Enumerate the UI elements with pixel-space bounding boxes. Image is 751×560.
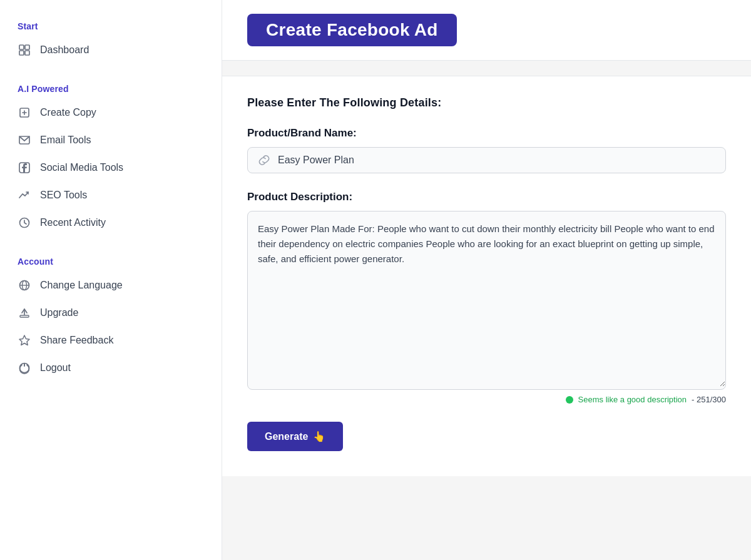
change-language-label: Change Language xyxy=(40,280,123,291)
change-language-icon xyxy=(18,278,31,292)
description-textarea-wrapper: Easy Power Plan Made For: People who wan… xyxy=(247,211,726,390)
description-label: Product Description: xyxy=(247,191,726,203)
logout-label: Logout xyxy=(40,362,71,374)
char-status-label: Seems like a good description xyxy=(578,395,687,404)
upgrade-icon xyxy=(18,306,31,320)
ai-powered-section-label: A.I Powered xyxy=(0,75,222,99)
form-heading: Please Enter The Following Details: xyxy=(247,96,726,109)
start-section-label: Start xyxy=(0,13,222,36)
link-icon xyxy=(258,154,270,166)
recent-activity-icon xyxy=(18,216,31,230)
sidebar-item-seo-tools[interactable]: SEO Tools xyxy=(0,181,222,209)
brand-name-field-group: Product/Brand Name: xyxy=(247,127,726,173)
sidebar: Start Dashboard A.I Powered Create Copy xyxy=(0,0,222,560)
brand-name-input[interactable] xyxy=(278,155,715,166)
email-tools-icon xyxy=(18,133,31,147)
dashboard-icon xyxy=(18,43,31,57)
sidebar-item-email-tools[interactable]: Email Tools xyxy=(0,126,222,154)
description-textarea[interactable]: Easy Power Plan Made For: People who wan… xyxy=(248,211,725,387)
brand-name-input-wrapper xyxy=(247,147,726,173)
svg-rect-0 xyxy=(19,45,24,49)
upgrade-label: Upgrade xyxy=(40,307,78,318)
generate-label: Generate xyxy=(265,431,308,442)
form-container: Please Enter The Following Details: Prod… xyxy=(222,76,751,476)
share-feedback-label: Share Feedback xyxy=(40,335,113,346)
main-content: Create Facebook Ad Please Enter The Foll… xyxy=(222,0,751,560)
svg-rect-3 xyxy=(25,51,29,55)
brand-name-label: Product/Brand Name: xyxy=(247,127,726,140)
sidebar-item-dashboard[interactable]: Dashboard xyxy=(0,36,222,64)
page-title: Create Facebook Ad xyxy=(247,14,457,46)
share-feedback-icon xyxy=(18,333,31,347)
facebook-icon xyxy=(18,161,31,175)
seo-tools-icon xyxy=(18,188,31,202)
sidebar-item-create-copy[interactable]: Create Copy xyxy=(0,99,222,126)
create-copy-label: Create Copy xyxy=(40,107,96,118)
account-section-label: Account xyxy=(0,248,222,272)
recent-activity-label: Recent Activity xyxy=(40,217,106,228)
generate-button[interactable]: Generate 👆 xyxy=(247,422,343,451)
svg-rect-13 xyxy=(20,315,29,317)
seo-tools-label: SEO Tools xyxy=(40,190,87,201)
page-header: Create Facebook Ad xyxy=(222,0,751,61)
char-count-row: Seems like a good description - 251/300 xyxy=(247,395,726,404)
svg-rect-1 xyxy=(25,45,29,49)
svg-rect-2 xyxy=(19,51,24,55)
svg-marker-15 xyxy=(19,335,29,345)
description-field-group: Product Description: Easy Power Plan Mad… xyxy=(247,191,726,404)
sidebar-item-upgrade[interactable]: Upgrade xyxy=(0,299,222,327)
dashboard-label: Dashboard xyxy=(40,44,89,56)
sidebar-item-share-feedback[interactable]: Share Feedback xyxy=(0,327,222,354)
logout-icon xyxy=(18,361,31,375)
char-count: - 251/300 xyxy=(692,395,726,404)
generate-icon: 👆 xyxy=(313,430,325,442)
create-copy-icon xyxy=(18,106,31,120)
status-dot xyxy=(566,396,573,404)
sidebar-item-logout[interactable]: Logout xyxy=(0,354,222,382)
social-media-tools-label: Social Media Tools xyxy=(40,162,123,173)
email-tools-label: Email Tools xyxy=(40,135,91,146)
sidebar-item-recent-activity[interactable]: Recent Activity xyxy=(0,209,222,237)
sidebar-item-change-language[interactable]: Change Language xyxy=(0,272,222,299)
sidebar-item-social-media-tools[interactable]: Social Media Tools xyxy=(0,154,222,181)
